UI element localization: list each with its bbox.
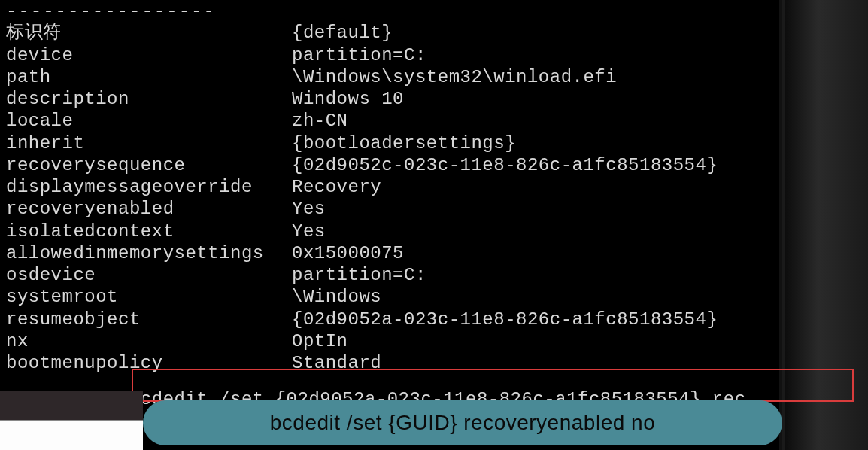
config-key: recoveryenabled [6,198,292,220]
config-key: osdevice [6,264,292,286]
config-key: resumeobject [6,309,292,330]
config-key: description [6,88,292,110]
config-value: {default} [292,22,779,44]
config-value: {02d9052a-023c-11e8-826c-a1fc85183554} [292,309,779,330]
config-row: recoverysequence{02d9052c-023c-11e8-826c… [6,154,779,176]
config-key: inherit [6,132,292,154]
config-key: bootmenupolicy [6,352,292,374]
config-row: recoveryenabledYes [6,198,779,220]
config-row: isolatedcontextYes [6,220,779,242]
config-key: nx [6,330,292,352]
config-row: bootmenupolicyStandard [6,352,779,374]
config-key: locale [6,110,292,132]
config-row: systemroot\Windows [6,286,779,308]
config-value: partition=C: [292,44,779,66]
config-value: \Windows [292,286,779,308]
config-row: resumeobject{02d9052a-023c-11e8-826c-a1f… [6,309,779,330]
config-value: {02d9052c-023c-11e8-826c-a1fc85183554} [292,154,779,176]
config-row: descriptionWindows 10 [6,88,779,110]
config-value: \Windows\system32\winload.efi [292,66,779,88]
config-row: allowedinmemorysettings0x15000075 [6,242,779,264]
section-divider: ----------------- [6,0,779,22]
config-key: systemroot [6,286,292,308]
config-row: osdevicepartition=C: [6,264,779,286]
config-row: localezh-CN [6,110,779,132]
config-value: partition=C: [292,264,779,286]
config-value: Yes [292,220,779,242]
config-row: devicepartition=C: [6,44,779,66]
config-value: Windows 10 [292,88,779,110]
config-value: OptIn [292,330,779,352]
frame-padding [0,391,143,420]
config-value: 0x15000075 [292,242,779,264]
config-key: allowedinmemorysettings [6,242,292,264]
config-row: 标识符{default} [6,22,779,44]
window-edge [785,0,868,450]
config-key: isolatedcontext [6,220,292,242]
config-key: device [6,44,292,66]
config-value: Standard [292,352,779,374]
config-key: displaymessageoverride [6,176,292,198]
config-value: Yes [292,198,779,220]
instruction-text: bcdedit /set {GUID} recoveryenabled no [270,411,655,435]
config-row: displaymessageoverrideRecovery [6,176,779,198]
frame-bottom [0,420,143,450]
instruction-callout: bcdedit /set {GUID} recoveryenabled no [143,400,782,445]
config-value: zh-CN [292,110,779,132]
config-row: inherit{bootloadersettings} [6,132,779,154]
config-value: Recovery [292,176,779,198]
config-key: 标识符 [6,22,292,44]
config-key: recoverysequence [6,154,292,176]
command-prompt-terminal[interactable]: ----------------- 标识符{default}devicepart… [0,0,782,450]
config-value: {bootloadersettings} [292,132,779,154]
config-row: nxOptIn [6,330,779,352]
config-row: path\Windows\system32\winload.efi [6,66,779,88]
config-key: path [6,66,292,88]
